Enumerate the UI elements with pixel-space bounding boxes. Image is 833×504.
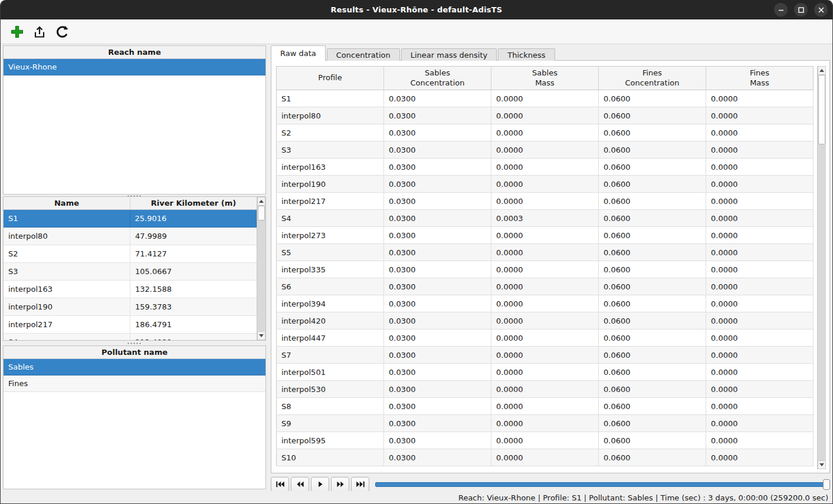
data-cell: interpol501 bbox=[277, 364, 384, 381]
data-row-interpol530[interactable]: interpol5300.03000.00000.06000.0000 bbox=[277, 381, 814, 398]
data-row-interpol163[interactable]: interpol1630.03000.00000.06000.0000 bbox=[277, 159, 814, 176]
data-row-interpol190[interactable]: interpol1900.03000.00000.06000.0000 bbox=[277, 176, 814, 193]
data-row-S9[interactable]: S90.03000.00000.06000.0000 bbox=[277, 415, 814, 432]
minimize-button[interactable] bbox=[774, 3, 788, 17]
data-row-interpol335[interactable]: interpol3350.03000.00000.06000.0000 bbox=[277, 261, 814, 278]
profile-row-interpol80[interactable]: interpol8047.9989 bbox=[4, 228, 257, 245]
skip-to-start-button[interactable] bbox=[271, 477, 289, 492]
tab-linear-mass-density[interactable]: Linear mass density bbox=[401, 48, 497, 61]
profile-scrollbar[interactable] bbox=[257, 197, 265, 340]
data-cell: 0.0000 bbox=[706, 432, 814, 449]
profile-row-S2[interactable]: S271.4127 bbox=[4, 245, 257, 263]
time-slider[interactable] bbox=[375, 477, 830, 492]
profile-cell: interpol190 bbox=[4, 298, 130, 316]
data-cell: 0.0000 bbox=[491, 330, 599, 347]
window-controls bbox=[774, 0, 828, 19]
data-row-S4[interactable]: S40.03000.00030.06000.0000 bbox=[277, 210, 814, 227]
arrow-up-icon bbox=[259, 200, 264, 203]
data-row-interpol217[interactable]: interpol2170.03000.00000.06000.0000 bbox=[277, 193, 814, 210]
pollutant-item-Sables[interactable]: Sables bbox=[4, 359, 265, 375]
data-cell: 0.0000 bbox=[491, 295, 599, 312]
profile-row-interpol163[interactable]: interpol163132.1588 bbox=[4, 281, 257, 298]
data-row-interpol394[interactable]: interpol3940.03000.00000.06000.0000 bbox=[277, 295, 814, 312]
scroll-track[interactable] bbox=[818, 75, 826, 460]
scroll-thumb[interactable] bbox=[258, 206, 265, 220]
export-button[interactable] bbox=[31, 24, 48, 40]
data-cell: 0.0300 bbox=[384, 90, 491, 107]
tab-concentration[interactable]: Concentration bbox=[327, 48, 400, 61]
data-cell: 0.0300 bbox=[384, 244, 491, 261]
scroll-down-button[interactable] bbox=[257, 331, 265, 340]
fast-forward-button[interactable] bbox=[331, 477, 349, 492]
data-row-interpol595[interactable]: interpol5950.03000.00000.06000.0000 bbox=[277, 432, 814, 449]
tab-bar: Raw dataConcentrationLinear mass density… bbox=[271, 45, 555, 61]
pollutant-list-panel: Pollutant name SablesFines bbox=[3, 345, 266, 489]
data-column-header[interactable]: Sables Mass bbox=[491, 67, 599, 90]
data-cell: 0.0300 bbox=[384, 415, 491, 432]
data-row-S2[interactable]: S20.03000.00000.06000.0000 bbox=[277, 124, 814, 141]
pollutant-item-Fines[interactable]: Fines bbox=[4, 375, 265, 392]
data-row-S6[interactable]: S60.03000.00000.06000.0000 bbox=[277, 278, 814, 295]
profile-cell: 186.4791 bbox=[130, 316, 257, 334]
data-table-wrap: ProfileSables ConcentrationSables MassFi… bbox=[276, 66, 814, 469]
profile-row-S4[interactable]: S4213.4089 bbox=[4, 334, 257, 341]
tab-raw-data[interactable]: Raw data bbox=[271, 45, 326, 61]
data-row-S8[interactable]: S80.03000.00000.06000.0000 bbox=[277, 398, 814, 415]
add-button[interactable] bbox=[9, 24, 25, 40]
profile-cell: interpol217 bbox=[4, 316, 130, 334]
data-cell: 0.0600 bbox=[599, 312, 706, 330]
data-cell: 0.0000 bbox=[706, 193, 814, 210]
data-row-interpol273[interactable]: interpol2730.03000.00000.06000.0000 bbox=[277, 227, 814, 244]
data-cell: 0.0000 bbox=[491, 449, 599, 466]
data-cell: 0.0300 bbox=[384, 295, 491, 312]
scroll-thumb[interactable] bbox=[818, 75, 825, 144]
data-cell: 0.0000 bbox=[706, 90, 814, 107]
scroll-track[interactable] bbox=[257, 206, 265, 331]
tab-thickness[interactable]: Thickness bbox=[498, 48, 555, 61]
data-cell: 0.0000 bbox=[706, 364, 814, 381]
profile-table: NameRiver Kilometer (m) S125.9016interpo… bbox=[4, 197, 257, 340]
arrow-down-icon bbox=[819, 463, 824, 466]
titlebar: Results - Vieux-Rhône - default-AdisTS bbox=[1, 0, 832, 19]
data-column-header[interactable]: Fines Mass bbox=[706, 67, 814, 90]
close-button[interactable] bbox=[814, 3, 828, 17]
pollutant-list-header: Pollutant name bbox=[4, 346, 265, 359]
data-row-S10[interactable]: S100.03000.00000.06000.0000 bbox=[277, 449, 814, 466]
data-row-S7[interactable]: S70.03000.00000.06000.0000 bbox=[277, 347, 814, 364]
data-cell: 0.0600 bbox=[599, 176, 706, 193]
play-button[interactable] bbox=[311, 477, 329, 492]
profile-row-S3[interactable]: S3105.0667 bbox=[4, 263, 257, 281]
profile-row-S1[interactable]: S125.9016 bbox=[4, 210, 257, 228]
data-cell: interpol447 bbox=[277, 330, 384, 347]
skip-to-end-button[interactable] bbox=[351, 477, 369, 492]
maximize-button[interactable] bbox=[794, 3, 808, 17]
refresh-button[interactable] bbox=[54, 24, 70, 40]
data-cell: 0.0600 bbox=[599, 330, 706, 347]
data-cell: 0.0600 bbox=[599, 210, 706, 227]
scroll-up-button[interactable] bbox=[818, 66, 826, 75]
scroll-down-button[interactable] bbox=[818, 460, 826, 469]
data-row-S5[interactable]: S50.03000.00000.06000.0000 bbox=[277, 244, 814, 261]
profile-row-interpol217[interactable]: interpol217186.4791 bbox=[4, 316, 257, 334]
reach-item-Vieux-Rhone[interactable]: Vieux-Rhone bbox=[4, 59, 265, 75]
data-column-header[interactable]: Sables Concentration bbox=[384, 67, 491, 90]
data-cell: S5 bbox=[277, 244, 384, 261]
data-cell: 0.0600 bbox=[599, 227, 706, 244]
data-row-interpol501[interactable]: interpol5010.03000.00000.06000.0000 bbox=[277, 364, 814, 381]
scroll-up-button[interactable] bbox=[257, 197, 265, 206]
data-row-interpol447[interactable]: interpol4470.03000.00000.06000.0000 bbox=[277, 330, 814, 347]
data-row-interpol80[interactable]: interpol800.03000.00000.06000.0000 bbox=[277, 107, 814, 124]
time-slider-track[interactable] bbox=[375, 482, 830, 487]
data-column-header[interactable]: Profile bbox=[277, 67, 384, 90]
rewind-button[interactable] bbox=[291, 477, 309, 492]
data-cell: 0.0000 bbox=[491, 193, 599, 210]
profile-row-interpol190[interactable]: interpol190159.3783 bbox=[4, 298, 257, 316]
data-row-interpol420[interactable]: interpol4200.03000.00000.06000.0000 bbox=[277, 312, 814, 330]
splitter-handle-bottom[interactable] bbox=[3, 342, 266, 345]
data-table-scrollbar[interactable] bbox=[817, 66, 826, 469]
data-column-header[interactable]: Fines Concentration bbox=[599, 67, 706, 90]
time-slider-handle[interactable] bbox=[823, 479, 830, 490]
data-cell: 0.0000 bbox=[706, 210, 814, 227]
data-row-S3[interactable]: S30.03000.00000.06000.0000 bbox=[277, 141, 814, 159]
data-row-S1[interactable]: S10.03000.00000.06000.0000 bbox=[277, 90, 814, 107]
